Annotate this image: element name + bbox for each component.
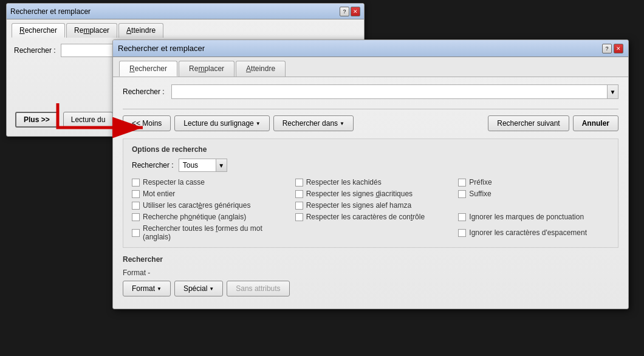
checkbox-empty2 (295, 224, 447, 241)
checkbox-mot-entier[interactable]: Mot entier (132, 190, 283, 198)
fg-title-bar: Rechercher et remplacer ? ✕ (113, 40, 628, 57)
fg-bottom-title: Rechercher (123, 255, 618, 264)
checkbox-diacritiques[interactable]: Respecter les signes diacritiques (295, 190, 447, 198)
checkbox-generiques[interactable]: Utiliser les caractères génériques (132, 201, 283, 210)
fg-close-button[interactable]: ✕ (614, 44, 623, 53)
fg-bottom-buttons: Format ▼ Spécial ▼ Sans attributs (123, 281, 618, 296)
fg-options-dropdown-text: Tous (179, 161, 216, 169)
checkbox-suffixe[interactable]: Suffixe (458, 190, 609, 198)
fg-rechercher-dans-arrow-icon: ▼ (340, 121, 344, 126)
checkbox-kachides-box[interactable] (295, 179, 303, 187)
checkbox-controle[interactable]: Respecter les caractères de contrôle (295, 213, 447, 221)
checkbox-kachides-label: Respecter les kachidés (306, 178, 382, 187)
checkbox-prefixe-label: Préfixe (469, 178, 492, 187)
checkbox-diacritiques-label: Respecter les signes diacritiques (306, 190, 413, 198)
fg-search-label: Rechercher : (123, 87, 165, 96)
fg-format-button[interactable]: Format ▼ (123, 281, 171, 296)
fg-special-label: Spécial (183, 284, 207, 293)
checkbox-alef-hamza-label: Respecter les signes alef hamza (306, 201, 411, 210)
fg-options-search-label: Rechercher : (132, 161, 174, 169)
bg-tab-remplacer-label: Remplacer (74, 26, 109, 35)
fg-toolbar-row: << Moins Lecture du surlignage ▼ Recherc… (123, 115, 618, 131)
fg-title-text: Rechercher et remplacer (118, 44, 205, 53)
checkbox-ponctuation-box[interactable] (458, 213, 466, 221)
checkbox-formes-mot[interactable]: Rechercher toutes les formes du mot (ang… (132, 224, 283, 241)
fg-content: Rechercher : ▼ << Moins Lecture du surli… (113, 77, 628, 309)
fg-checkboxes-grid: Respecter la casse Respecter les kachidé… (132, 178, 609, 241)
fg-options-section: Options de recherche Rechercher : Tous ▼… (123, 139, 618, 248)
fg-tab-atteindre[interactable]: Atteindre (236, 61, 286, 77)
bg-buttons: Plus >> Lecture du (15, 112, 113, 128)
bg-plus-button[interactable]: Plus >> (15, 112, 58, 128)
checkbox-formes-mot-box[interactable] (132, 229, 140, 237)
checkbox-generiques-box[interactable] (132, 202, 140, 210)
bg-tab-atteindre[interactable]: Atteindre (118, 23, 163, 38)
checkbox-diacritiques-box[interactable] (295, 190, 303, 198)
fg-moins-button[interactable]: << Moins (123, 115, 171, 131)
checkbox-phonetique-box[interactable] (132, 213, 140, 221)
fg-format-arrow-icon: ▼ (157, 286, 162, 292)
fg-tab-rechercher[interactable]: Rechercher (119, 61, 177, 77)
checkbox-controle-box[interactable] (295, 213, 303, 221)
checkbox-mot-entier-label: Mot entier (143, 190, 175, 198)
fg-lecture-arrow-icon: ▼ (256, 121, 261, 126)
checkbox-prefixe[interactable]: Préfixe (458, 178, 609, 187)
fg-rechercher-dans-label: Rechercher dans (283, 119, 338, 128)
bg-tab-remplacer[interactable]: Remplacer (66, 23, 117, 38)
checkbox-alef-hamza-box[interactable] (295, 202, 303, 210)
fg-format-label-btn: Format (132, 284, 155, 293)
checkbox-suffixe-label: Suffixe (469, 190, 491, 198)
checkbox-controle-label: Respecter les caractères de contrôle (306, 213, 425, 221)
checkbox-alef-hamza[interactable]: Respecter les signes alef hamza (295, 201, 447, 210)
checkbox-ponctuation[interactable]: Ignorer les marques de ponctuation (458, 213, 609, 221)
checkbox-ponctuation-label: Ignorer les marques de ponctuation (469, 213, 584, 221)
checkbox-suffixe-box[interactable] (458, 190, 466, 198)
fg-search-input[interactable] (172, 85, 607, 98)
fg-lecture-label: Lecture du surlignage (183, 119, 253, 128)
checkbox-mot-entier-box[interactable] (132, 190, 140, 198)
fg-format-label: Format - (123, 269, 618, 277)
bg-tab-rechercher[interactable]: Rechercher (12, 23, 65, 38)
foreground-dialog: Rechercher et remplacer ? ✕ Rechercher R… (112, 39, 629, 309)
fg-tabs: Rechercher Remplacer Atteindre (113, 57, 628, 77)
checkbox-formes-mot-label: Rechercher toutes les formes du mot (ang… (143, 224, 283, 241)
checkbox-espacement-label: Ignorer les caractères d'espacement (469, 228, 587, 237)
bg-title-bar: Rechercher et remplacer ? ✕ (7, 4, 364, 19)
bg-title-controls: ? ✕ (340, 7, 360, 16)
bg-title-text: Rechercher et remplacer (10, 7, 91, 16)
fg-options-dropdown[interactable]: Tous ▼ (179, 159, 227, 172)
checkbox-respecter-casse-label: Respecter la casse (143, 178, 205, 187)
checkbox-empty1 (458, 201, 609, 210)
bg-search-label: Rechercher : (14, 46, 56, 55)
checkbox-respecter-casse-box[interactable] (132, 179, 140, 187)
bg-tab-atteindre-label: Atteindre (126, 26, 156, 35)
fg-options-title: Options de recherche (132, 145, 609, 154)
fg-divider (123, 109, 618, 109)
checkbox-phonetique[interactable]: Recherche phonétique (anglais) (132, 213, 283, 221)
checkbox-generiques-label: Utiliser les caractères génériques (143, 201, 250, 210)
fg-tab-remplacer[interactable]: Remplacer (179, 61, 235, 77)
fg-rechercher-dans-button[interactable]: Rechercher dans ▼ (273, 115, 354, 131)
fg-annuler-button[interactable]: Annuler (573, 115, 618, 131)
fg-search-dropdown-arrow[interactable]: ▼ (607, 85, 618, 98)
bg-help-button[interactable]: ? (340, 7, 349, 16)
fg-special-button[interactable]: Spécial ▼ (174, 281, 223, 296)
fg-search-input-wrapper: ▼ (171, 84, 618, 99)
checkbox-prefixe-box[interactable] (458, 179, 466, 187)
fg-bottom-section: Rechercher Format - Format ▼ Spécial ▼ S… (123, 255, 618, 301)
fg-suivant-button[interactable]: Rechercher suivant (488, 115, 569, 131)
checkbox-kachides[interactable]: Respecter les kachidés (295, 178, 447, 187)
fg-special-arrow-icon: ▼ (209, 286, 214, 292)
checkbox-respecter-casse[interactable]: Respecter la casse (132, 178, 283, 187)
checkbox-espacement-box[interactable] (458, 229, 466, 237)
bg-tabs: Rechercher Remplacer Atteindre (7, 19, 364, 38)
fg-lecture-button[interactable]: Lecture du surlignage ▼ (174, 115, 269, 131)
bg-lecture-button[interactable]: Lecture du (63, 112, 114, 128)
fg-sans-button[interactable]: Sans attributs (227, 281, 289, 296)
bg-tab-rechercher-label: Rechercher (19, 26, 57, 35)
checkbox-espacement[interactable]: Ignorer les caractères d'espacement (458, 224, 609, 241)
fg-help-button[interactable]: ? (602, 44, 612, 53)
fg-options-dropdown-arrow-icon[interactable]: ▼ (216, 159, 227, 171)
bg-close-button[interactable]: ✕ (351, 7, 360, 16)
fg-title-controls: ? ✕ (602, 44, 623, 53)
